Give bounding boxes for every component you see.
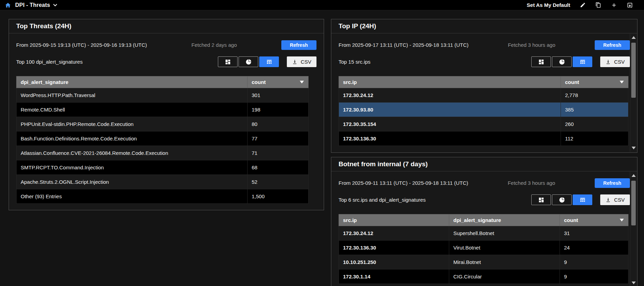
meta-row: From 2025-09-17 13:11 (UTC) - 2025-09-18… bbox=[339, 40, 630, 50]
table-row[interactable]: PHPUnit.Eval-stdin.PHP.Remote.Code.Execu… bbox=[17, 117, 309, 131]
fetched-status: Fetched 3 hours ago bbox=[508, 180, 555, 186]
column-header-count[interactable]: count bbox=[248, 76, 309, 88]
home-icon[interactable] bbox=[5, 2, 11, 8]
topbar-left: DPI - Threats bbox=[5, 2, 57, 8]
count-cell: 385 bbox=[561, 103, 628, 117]
table-view-icon bbox=[580, 59, 586, 65]
dashboard-title-dropdown[interactable]: DPI - Threats bbox=[15, 2, 57, 8]
table-view-button[interactable] bbox=[259, 56, 279, 67]
edit-icon[interactable] bbox=[580, 2, 586, 8]
sort-desc-icon bbox=[620, 81, 624, 84]
table-row[interactable]: SMTP.RCPT.TO.Command.Injection68 bbox=[17, 160, 309, 175]
scrollbar[interactable] bbox=[630, 172, 637, 286]
threats-table: dpi_alert_signature count WordPress.HTTP… bbox=[16, 76, 309, 204]
pie-view-icon bbox=[559, 197, 565, 203]
column-header-count-label: count bbox=[565, 79, 579, 85]
signature-cell: WordPress.HTTP.Path.Traversal bbox=[17, 88, 248, 103]
panel-title: Top IP (24H) bbox=[331, 19, 637, 33]
csv-download-button[interactable]: CSV bbox=[287, 56, 316, 67]
card-view-button[interactable] bbox=[531, 194, 551, 205]
scrollbar-thumb[interactable] bbox=[631, 181, 636, 225]
srcip-cell: 172.30.24.12 bbox=[339, 226, 449, 241]
card-view-icon bbox=[538, 197, 544, 203]
csv-download-button[interactable]: CSV bbox=[600, 194, 630, 205]
srcip-cell: 172.30.93.80 bbox=[339, 103, 561, 117]
meta-row: From 2025-09-11 13:11 (UTC) - 2025-09-18… bbox=[339, 178, 630, 188]
copy-icon[interactable] bbox=[595, 2, 601, 8]
set-as-default-button[interactable]: Set As My Default bbox=[527, 2, 570, 8]
count-cell: 112 bbox=[561, 131, 628, 146]
scrollbar-thumb[interactable] bbox=[631, 43, 636, 98]
card-view-button[interactable] bbox=[218, 56, 238, 67]
panel-body: From 2025-09-11 13:11 (UTC) - 2025-09-18… bbox=[331, 178, 637, 284]
topbar-actions: Set As My Default bbox=[527, 2, 639, 8]
scroll-down-arrow[interactable] bbox=[630, 279, 637, 286]
count-cell: 31 bbox=[560, 226, 628, 241]
column-header-count-label: count bbox=[564, 217, 578, 223]
table-row[interactable]: Apache.Struts.2.OGNL.Script.Injection52 bbox=[17, 175, 309, 189]
table-row[interactable]: Other (93) Entries1,500 bbox=[17, 189, 309, 204]
column-header-signature[interactable]: dpi_alert_signature bbox=[449, 214, 560, 226]
download-icon bbox=[605, 197, 611, 203]
table-view-icon bbox=[580, 197, 586, 203]
time-range: From 2025-09-17 13:11 (UTC) - 2025-09-18… bbox=[339, 42, 469, 48]
signature-cell: Mirai.Botnet bbox=[449, 255, 560, 269]
table-row[interactable]: Bash.Function.Definitions.Remote.Code.Ex… bbox=[17, 131, 309, 146]
column-header-count[interactable]: count bbox=[561, 76, 628, 88]
column-header-srcip[interactable]: src.ip bbox=[339, 76, 561, 88]
column-header-count[interactable]: count bbox=[560, 214, 628, 226]
table-row[interactable]: 172.30.24.122,778 bbox=[339, 88, 628, 103]
meta-row: From 2025-09-15 19:13 (UTC) - 2025-09-16… bbox=[16, 40, 316, 50]
refresh-button[interactable]: Refresh bbox=[595, 40, 630, 50]
table-row-selected[interactable]: 172.30.93.80385 bbox=[339, 103, 628, 117]
pie-view-button[interactable] bbox=[552, 194, 572, 205]
table-row[interactable]: Remote.CMD.Shell198 bbox=[17, 103, 309, 117]
scroll-up-arrow[interactable] bbox=[630, 34, 637, 41]
panel-top-threats: Top Threats (24H) From 2025-09-15 19:13 … bbox=[9, 19, 324, 210]
refresh-button[interactable]: Refresh bbox=[281, 40, 316, 50]
column-header-srcip[interactable]: src.ip bbox=[339, 214, 449, 226]
pie-view-button[interactable] bbox=[552, 56, 572, 67]
count-cell: 77 bbox=[248, 131, 309, 146]
signature-cell: CIG.Circular bbox=[449, 269, 560, 284]
table-header-row: src.ip dpi_alert_signature count bbox=[339, 214, 628, 226]
card-view-icon bbox=[225, 59, 231, 65]
sort-desc-icon bbox=[620, 219, 624, 222]
csv-download-button[interactable]: CSV bbox=[600, 56, 630, 67]
export-icon[interactable] bbox=[627, 2, 633, 8]
count-cell: 9 bbox=[560, 269, 628, 284]
table-row[interactable]: 172.30.136.30Virut.Botnet24 bbox=[339, 241, 628, 255]
table-row[interactable]: WordPress.HTTP.Path.Traversal301 bbox=[17, 88, 309, 103]
scroll-down-icon bbox=[632, 282, 636, 284]
table-view-button[interactable] bbox=[573, 56, 592, 67]
table-row[interactable]: 172.30.136.30112 bbox=[339, 131, 628, 146]
srcip-cell: 172.30.24.12 bbox=[339, 88, 561, 103]
table-row[interactable]: 172.30.1.14CIG.Circular9 bbox=[339, 269, 628, 284]
card-view-button[interactable] bbox=[531, 56, 551, 67]
scroll-down-icon bbox=[632, 147, 636, 149]
table-view-button[interactable] bbox=[573, 194, 592, 205]
scrollbar[interactable] bbox=[630, 34, 637, 152]
panel-top-ip: Top IP (24H) From 2025-09-17 13:11 (UTC)… bbox=[331, 19, 637, 153]
column-header-signature[interactable]: dpi_alert_signature bbox=[17, 76, 248, 88]
csv-label: CSV bbox=[301, 59, 311, 65]
panel-subtitle: Top 15 src.ips bbox=[339, 59, 371, 65]
count-cell: 2,778 bbox=[561, 88, 628, 103]
table-view-icon bbox=[266, 59, 272, 65]
table-row[interactable]: 172.30.24.12Supershell.Botnet31 bbox=[339, 226, 628, 241]
table-row[interactable]: 10.10.251.250Mirai.Botnet9 bbox=[339, 255, 628, 269]
pie-view-button[interactable] bbox=[239, 56, 258, 67]
scroll-down-arrow[interactable] bbox=[630, 144, 637, 152]
panel-title: Top Threats (24H) bbox=[9, 19, 324, 33]
table-row[interactable]: Atlassian.Confluence.CVE-2021-26084.Remo… bbox=[17, 146, 309, 160]
refresh-button[interactable]: Refresh bbox=[595, 178, 630, 188]
view-controls: CSV bbox=[218, 56, 316, 67]
srcip-cell: 172.30.35.154 bbox=[339, 117, 561, 131]
add-icon[interactable] bbox=[611, 2, 617, 8]
count-cell: 68 bbox=[248, 160, 309, 175]
download-icon bbox=[292, 59, 298, 65]
chevron-down-icon bbox=[53, 4, 57, 7]
signature-cell: Apache.Struts.2.OGNL.Script.Injection bbox=[17, 175, 248, 189]
table-row[interactable]: 172.30.35.154260 bbox=[339, 117, 628, 131]
scroll-up-arrow[interactable] bbox=[630, 172, 637, 179]
